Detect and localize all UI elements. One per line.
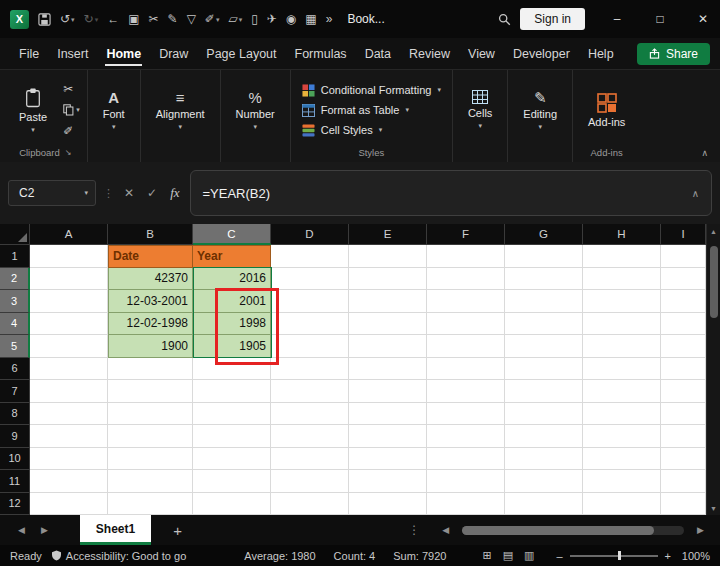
menu-tab-file[interactable]: File (10, 38, 48, 69)
cell-G11[interactable] (505, 470, 583, 493)
cell-B12[interactable] (108, 493, 193, 516)
add-sheet-button[interactable]: + (167, 522, 188, 539)
cut-qat-button[interactable]: ✂ (149, 13, 159, 25)
cell-G2[interactable] (505, 268, 583, 291)
copy-button[interactable]: ▾ (63, 104, 80, 116)
cell-B11[interactable] (108, 470, 193, 493)
row-header-8[interactable]: 8 (0, 403, 30, 426)
qat-overflow-button[interactable]: » (326, 13, 333, 25)
cell-E8[interactable] (349, 403, 427, 426)
cell-I9[interactable] (661, 425, 706, 448)
cell-C12[interactable] (193, 493, 271, 516)
page-layout-view-button[interactable]: ▤ (503, 549, 513, 562)
collapse-ribbon-button[interactable]: ∧ (701, 148, 708, 158)
cell-D4[interactable] (271, 313, 349, 336)
cell-G6[interactable] (505, 358, 583, 381)
cell-B10[interactable] (108, 448, 193, 471)
cell-I2[interactable] (661, 268, 706, 291)
cell-A9[interactable] (30, 425, 108, 448)
cell-B6[interactable] (108, 358, 193, 381)
format-as-table-button[interactable]: Format as Table ▾ (298, 103, 445, 118)
column-header-G[interactable]: G (505, 224, 583, 245)
cell-F8[interactable] (427, 403, 505, 426)
column-header-H[interactable]: H (583, 224, 661, 245)
cell-E11[interactable] (349, 470, 427, 493)
filter-qat-button[interactable]: ▽ (187, 13, 196, 25)
cell-D2[interactable] (271, 268, 349, 291)
cell-E6[interactable] (349, 358, 427, 381)
cell-H3[interactable] (583, 290, 661, 313)
cell-C1[interactable]: Year (193, 245, 271, 268)
cell-F3[interactable] (427, 290, 505, 313)
expand-formula-bar-icon[interactable]: ∧ (692, 188, 699, 199)
draw-qat-button[interactable]: ✎ (168, 13, 178, 25)
editing-dropdown-button[interactable]: ✎ Editing ▾ (515, 88, 565, 133)
menu-tab-home[interactable]: Home (97, 38, 150, 69)
cell-C10[interactable] (193, 448, 271, 471)
vertical-scrollbar-thumb[interactable] (710, 246, 718, 318)
cell-G3[interactable] (505, 290, 583, 313)
cell-A5[interactable] (30, 335, 108, 358)
cell-I8[interactable] (661, 403, 706, 426)
cell-G9[interactable] (505, 425, 583, 448)
cell-D7[interactable] (271, 380, 349, 403)
cell-B7[interactable] (108, 380, 193, 403)
column-header-B[interactable]: B (108, 224, 193, 245)
cell-I3[interactable] (661, 290, 706, 313)
cell-C11[interactable] (193, 470, 271, 493)
row-header-4[interactable]: 4 (0, 313, 30, 336)
cell-E2[interactable] (349, 268, 427, 291)
name-box[interactable]: C2 ▾ (8, 180, 96, 206)
cell-H11[interactable] (583, 470, 661, 493)
conditional-formatting-button[interactable]: Conditional Formatting ▾ (298, 83, 445, 98)
clipboard-dialog-launcher-icon[interactable]: ↘ (65, 148, 72, 157)
accessibility-status[interactable]: Accessibility: Good to go (52, 550, 186, 562)
cell-A12[interactable] (30, 493, 108, 516)
cell-G7[interactable] (505, 380, 583, 403)
cell-A2[interactable] (30, 268, 108, 291)
zoom-out-button[interactable]: – (556, 550, 562, 562)
search-button[interactable] (498, 13, 511, 26)
cell-A1[interactable] (30, 245, 108, 268)
insert-function-button[interactable]: fx (167, 185, 182, 201)
font-dropdown-button[interactable]: A Font ▾ (95, 88, 133, 133)
back-button[interactable]: ← (107, 13, 119, 25)
cell-C6[interactable] (193, 358, 271, 381)
cell-H1[interactable] (583, 245, 661, 268)
switch-windows-qat-button[interactable]: ▦ (305, 13, 316, 25)
screenshot-qat-button[interactable]: ◉ (286, 13, 296, 25)
row-header-6[interactable]: 6 (0, 358, 30, 381)
cell-H8[interactable] (583, 403, 661, 426)
cell-I6[interactable] (661, 358, 706, 381)
page-break-view-button[interactable]: ▥ (524, 549, 534, 562)
menu-tab-insert[interactable]: Insert (48, 38, 97, 69)
cell-A7[interactable] (30, 380, 108, 403)
horizontal-scrollbar-track[interactable] (462, 526, 684, 535)
maximize-button[interactable]: □ (643, 0, 677, 38)
row-header-7[interactable]: 7 (0, 380, 30, 403)
row-header-12[interactable]: 12 (0, 493, 30, 516)
cell-C9[interactable] (193, 425, 271, 448)
cell-I12[interactable] (661, 493, 706, 516)
menu-tab-help[interactable]: Help (579, 38, 623, 69)
zoom-in-button[interactable]: + (665, 550, 671, 562)
sheet-nav-right-icon[interactable]: ▶ (33, 525, 56, 535)
cell-B4[interactable]: 12-02-1998 (108, 313, 193, 336)
cell-F7[interactable] (427, 380, 505, 403)
cell-C8[interactable] (193, 403, 271, 426)
cell-C5[interactable]: 1905 (193, 335, 271, 358)
cell-D12[interactable] (271, 493, 349, 516)
column-header-A[interactable]: A (30, 224, 108, 245)
cell-A11[interactable] (30, 470, 108, 493)
cell-H10[interactable] (583, 448, 661, 471)
horizontal-scrollbar[interactable]: ◀ ▶ (434, 525, 712, 535)
cell-E7[interactable] (349, 380, 427, 403)
cell-D3[interactable] (271, 290, 349, 313)
cell-H2[interactable] (583, 268, 661, 291)
menu-tab-draw[interactable]: Draw (150, 38, 197, 69)
cell-C7[interactable] (193, 380, 271, 403)
cell-H7[interactable] (583, 380, 661, 403)
cell-I11[interactable] (661, 470, 706, 493)
cell-A6[interactable] (30, 358, 108, 381)
row-header-5[interactable]: 5 (0, 335, 30, 358)
